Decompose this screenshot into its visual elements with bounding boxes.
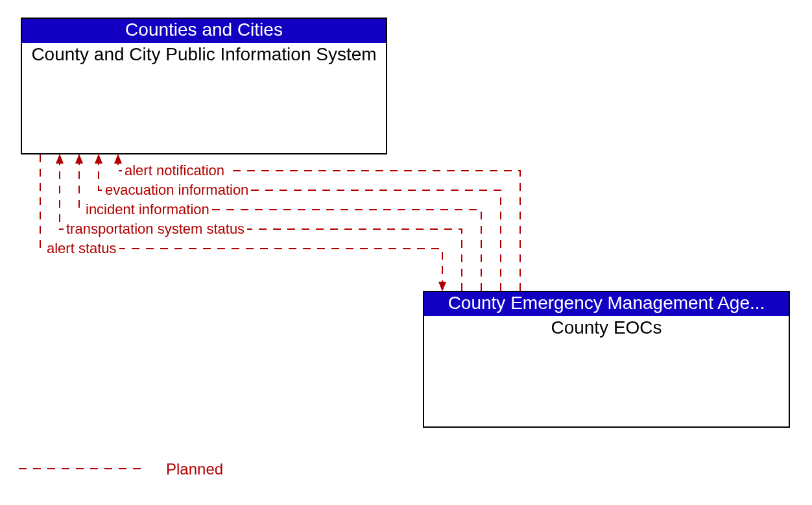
legend-planned-label: Planned	[166, 460, 223, 478]
svg-marker-0	[114, 154, 122, 164]
flow-label-alert-status: alert status	[44, 241, 119, 256]
flow-label-alert-notification: alert notification	[122, 163, 227, 179]
node-county-city-public-info-system: Counties and Cities County and City Publ…	[21, 18, 387, 154]
node-header-counties-cities: Counties and Cities	[22, 19, 386, 43]
svg-marker-4	[438, 282, 446, 291]
node-county-eocs: County Emergency Management Age... Count…	[423, 291, 790, 428]
diagram-canvas: alert notification evacuation informatio…	[0, 0, 812, 505]
node-header-county-emergency-management: County Emergency Management Age...	[424, 292, 789, 316]
svg-marker-1	[95, 154, 102, 164]
svg-marker-2	[75, 154, 83, 164]
node-body-county-city-public-info-system: County and City Public Information Syste…	[22, 43, 386, 153]
flow-label-evacuation-information: evacuation information	[102, 182, 251, 198]
svg-marker-3	[56, 154, 64, 164]
node-body-county-eocs: County EOCs	[424, 316, 789, 426]
flow-label-transportation-system-status: transportation system status	[64, 221, 247, 237]
flow-label-incident-information: incident information	[83, 202, 212, 217]
